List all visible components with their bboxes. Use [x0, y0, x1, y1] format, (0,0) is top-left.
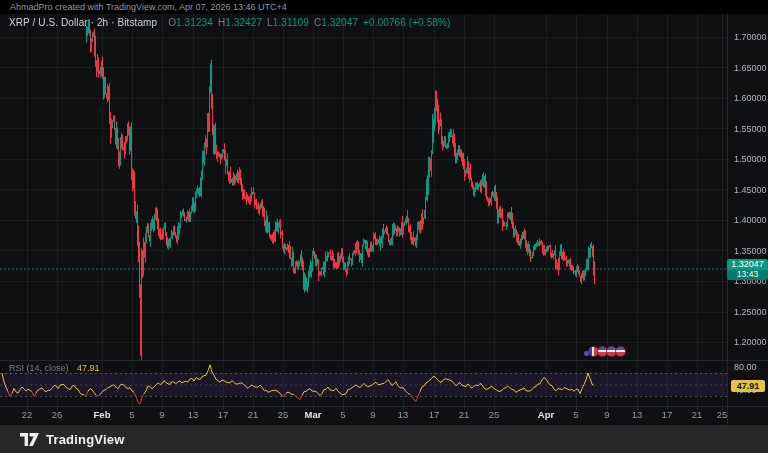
bottom-bar: TradingView: [0, 425, 768, 453]
time-axis-label[interactable]: 26: [40, 409, 74, 420]
time-axis-label[interactable]: 9: [145, 409, 179, 420]
tradingview-logo-icon[interactable]: [20, 433, 39, 446]
high-value: 1.32427: [225, 17, 262, 28]
low-value: 1.31109: [273, 17, 309, 28]
time-axis-label[interactable]: 13: [620, 409, 654, 420]
bar-countdown: 13:43: [727, 270, 768, 280]
tradingview-brand[interactable]: TradingView: [46, 432, 125, 447]
time-axis-label[interactable]: 17: [417, 409, 451, 420]
event-flag-icon[interactable]: [615, 346, 626, 357]
candlestick-chart-canvas[interactable]: [0, 0, 768, 453]
symbol-legend[interactable]: XRP / U.S. Dollar · 2h · BitstampO1.3123…: [9, 17, 450, 28]
time-axis-label[interactable]: Mar: [296, 409, 330, 420]
time-axis-label[interactable]: 13: [176, 409, 210, 420]
tradingview-chart-screen: AhmadPro created with TradingView.com, A…: [0, 0, 768, 453]
time-axis-label[interactable]: 21: [447, 409, 481, 420]
time-axis-label[interactable]: 5: [326, 409, 360, 420]
rsi-axis-label: 80.00: [734, 362, 757, 372]
rsi-value: 47.91: [77, 363, 100, 373]
last-price-value: 1.32047: [727, 259, 768, 270]
event-flag-icons[interactable]: [584, 346, 626, 357]
time-axis-label[interactable]: 5: [559, 409, 593, 420]
symbol-title[interactable]: XRP / U.S. Dollar · 2h · Bitstamp: [9, 17, 157, 28]
time-axis-label[interactable]: 17: [650, 409, 684, 420]
rsi-label[interactable]: RSI: [9, 363, 24, 373]
close-value: 1.32047: [321, 17, 358, 28]
time-axis-label[interactable]: 25: [266, 409, 300, 420]
time-axis-label[interactable]: 25: [477, 409, 511, 420]
time-axis-label[interactable]: 13: [386, 409, 420, 420]
last-price-badge: 1.32047 13:43: [727, 259, 768, 280]
watermark-bar: AhmadPro created with TradingView.com, A…: [0, 0, 768, 14]
time-axis-label[interactable]: Feb: [85, 409, 119, 420]
time-axis-label[interactable]: 5: [115, 409, 149, 420]
open-label: O: [168, 17, 176, 28]
rsi-params: (14, close): [27, 363, 69, 373]
time-axis-label[interactable]: 9: [590, 409, 624, 420]
time-axis-label[interactable]: Apr: [529, 409, 563, 420]
time-axis-label[interactable]: 9: [356, 409, 390, 420]
time-axis-label[interactable]: 17: [206, 409, 240, 420]
time-axis-label[interactable]: 25: [705, 409, 739, 420]
watermark-text: AhmadPro created with TradingView.com, A…: [10, 2, 287, 12]
change-value: +0.00766 (+0.58%): [363, 17, 450, 28]
time-axis-label[interactable]: 22: [10, 409, 44, 420]
time-axis-label[interactable]: 21: [236, 409, 270, 420]
rsi-legend[interactable]: RSI (14, close) 47.91: [9, 363, 100, 373]
open-value: 1.31234: [176, 17, 213, 28]
rsi-value-badge: 47.91: [731, 380, 765, 392]
